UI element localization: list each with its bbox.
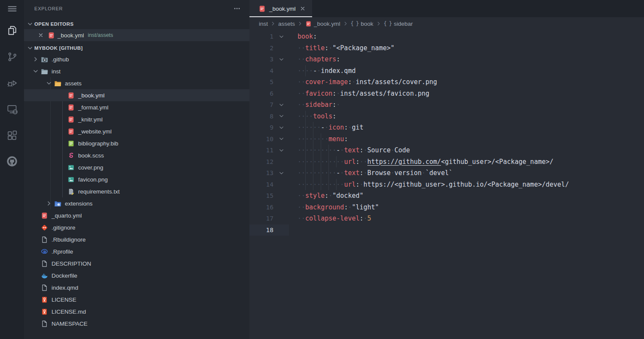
line-number[interactable]: 2 [249,42,273,54]
tree-item--knitr-yml[interactable]: _knitr.yml [24,113,249,125]
activity-extensions-button[interactable] [2,127,22,144]
activity-github-button[interactable] [2,153,22,170]
tab-book-yml[interactable]: _book.yml [249,0,312,17]
code-line-4[interactable]: 4····-·index.qmd [249,65,644,77]
line-number[interactable]: 11 [249,145,273,156]
fold-chevron-icon[interactable] [273,122,289,133]
tree-item-dockerfile[interactable]: Dockerfile [24,269,249,281]
code-line-14[interactable]: 14············url:·https://<github_user>… [249,179,644,191]
code-line-3[interactable]: 3··chapters: [249,54,644,65]
fold-chevron-icon[interactable] [273,31,289,42]
code-line-5[interactable]: 5··cover-image:·inst/assets/cover.png [249,76,644,88]
activity-remote-explorer-button[interactable] [2,100,22,118]
tree-item--rprofile[interactable]: R.Rprofile [24,245,249,257]
tree-item-book-scss[interactable]: book.scss [24,149,249,161]
open-editor-item[interactable]: _book.yml inst/assets [24,29,249,41]
code-line-content[interactable]: ··chapters: [289,54,340,65]
breadcrumb-item-assets[interactable]: assets [278,21,295,27]
fold-chevron-icon[interactable] [273,99,289,111]
project-section-header[interactable]: MYBOOK [GITHUB] [24,43,249,53]
code-line-content[interactable]: ··········-·text:·Browse·version·`devel` [289,167,453,179]
open-editors-header[interactable]: OPEN EDITORS [24,19,249,29]
close-icon[interactable] [299,5,306,12]
line-number[interactable]: 6 [249,88,273,100]
line-number[interactable]: 4 [249,65,273,77]
code-line-17[interactable]: 17··collapse-level:·5 [249,213,644,224]
code-line-12[interactable]: 12············url:··https://github.com/<… [249,156,644,168]
code-editor[interactable]: 1book:2··title:·"<Package_name>"3··chapt… [249,30,644,236]
fold-chevron-icon[interactable] [273,145,289,156]
breadcrumb-item-book[interactable]: { }book [351,21,374,27]
tree-item-license-md[interactable]: LICENSE.md [24,306,249,318]
tree-item-assets[interactable]: assets [24,77,249,89]
tree-item-license[interactable]: LICENSE [24,294,249,306]
tree-item--github[interactable]: .github [24,53,249,65]
code-line-content[interactable]: ··collapse-level:·5 [289,213,371,224]
code-line-content[interactable]: ··········-·text:·Source·Code [289,145,410,156]
code-line-content[interactable]: ······-·icon:·git [289,122,364,133]
line-number[interactable]: 7 [249,99,273,111]
code-line-content[interactable]: ····-·index.qmd [289,65,355,77]
code-line-7[interactable]: 7··sidebar:· [249,99,644,111]
breadcrumb-item--book-yml[interactable]: _book.yml [305,21,340,27]
code-line-13[interactable]: 13··········-·text:·Browse·version·`deve… [249,167,644,179]
line-number[interactable]: 9 [249,122,273,133]
code-line-content[interactable]: ········menu: [289,133,348,145]
code-line-content[interactable]: ············url:··https://github.com/<gi… [289,156,553,168]
line-number[interactable]: 10 [249,133,273,145]
fold-chevron-icon[interactable] [273,54,289,65]
tree-item-extensions[interactable]: extensions [24,197,249,209]
code-line-8[interactable]: 8····tools: [249,111,644,122]
tree-item--quarto-yml[interactable]: _quarto.yml [24,209,249,221]
code-line-11[interactable]: 11··········-·text:·Source·Code [249,145,644,156]
activity-explorer-button[interactable] [2,22,22,39]
code-line-10[interactable]: 10········menu: [249,133,644,145]
tree-item--website-yml[interactable]: _website.yml [24,125,249,137]
more-actions-icon[interactable] [233,5,241,12]
fold-chevron-icon[interactable] [273,167,289,179]
line-number[interactable]: 8 [249,111,273,122]
code-line-content[interactable]: ··cover-image:·inst/assets/cover.png [289,76,437,88]
activity-run-debug-button[interactable] [2,74,22,91]
line-number[interactable]: 12 [249,156,273,168]
breadcrumb-item-inst[interactable]: inst [259,21,268,27]
tree-item-index-qmd[interactable]: index.qmd [24,281,249,294]
line-number[interactable]: 15 [249,190,273,202]
tree-item-bibliography-bib[interactable]: bibliography.bib [24,137,249,149]
line-number[interactable]: 17 [249,213,273,224]
tree-item--format-yml[interactable]: _format.yml [24,101,249,113]
code-line-6[interactable]: 6··favicon:·inst/assets/favicon.png [249,88,644,100]
code-line-9[interactable]: 9······-·icon:·git [249,122,644,133]
line-number[interactable]: 3 [249,54,273,65]
breadcrumb-item-sidebar[interactable]: { }sidebar [384,21,413,27]
tree-item-cover-png[interactable]: cover.png [24,161,249,173]
tree-item-requirements-txt[interactable]: requirements.txt [24,185,249,197]
code-line-content[interactable]: ··style:·"docked" [289,190,364,202]
close-icon[interactable] [37,31,45,39]
tree-item--book-yml[interactable]: _book.yml [24,89,249,101]
activity-menu-button[interactable] [2,0,22,17]
code-line-content[interactable]: ··background:·"light" [289,202,379,213]
activity-source-control-button[interactable] [2,48,22,65]
fold-chevron-icon[interactable] [273,111,289,122]
code-line-content[interactable]: book: [289,31,317,42]
code-line-16[interactable]: 16··background:·"light" [249,202,644,213]
line-number[interactable]: 16 [249,202,273,213]
code-line-18[interactable]: 18 [249,224,644,236]
code-line-1[interactable]: 1book: [249,31,644,42]
line-number[interactable]: 14 [249,179,273,191]
line-number[interactable]: 5 [249,76,273,88]
code-line-content[interactable]: ··title:·"<Package_name>" [289,42,395,54]
fold-chevron-icon[interactable] [273,133,289,145]
code-line-2[interactable]: 2··title:·"<Package_name>" [249,42,644,54]
tree-item--rbuildignore[interactable]: .Rbuildignore [24,233,249,245]
tree-item-namespace[interactable]: NAMESPACE [24,318,249,330]
tree-item-inst[interactable]: inst [24,65,249,77]
code-line-content[interactable]: ····tools: [289,111,336,122]
tree-item-description[interactable]: DESCRIPTION [24,257,249,269]
code-line-content[interactable] [289,224,298,236]
code-line-15[interactable]: 15··style:·"docked" [249,190,644,202]
line-number[interactable]: 1 [249,31,273,42]
line-number[interactable]: 13 [249,167,273,179]
code-line-content[interactable]: ············url:·https://<github_user>.g… [289,179,569,191]
